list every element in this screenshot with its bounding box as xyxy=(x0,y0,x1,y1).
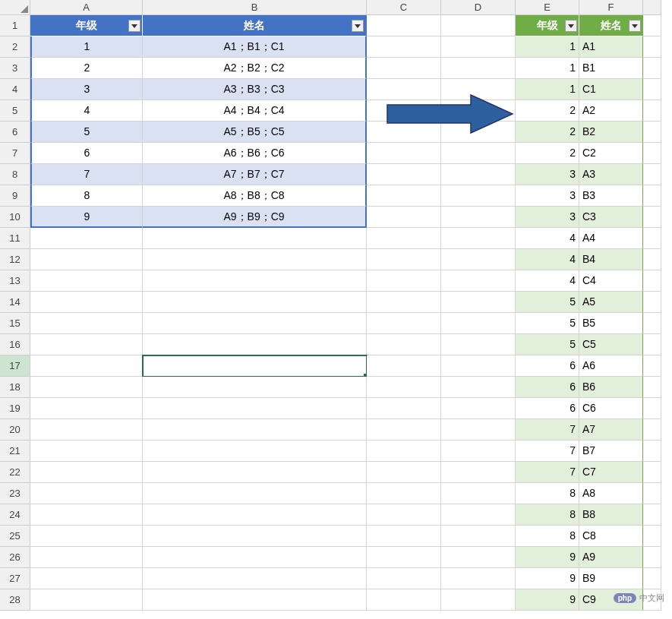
cell-C11[interactable] xyxy=(367,228,441,249)
cell-F24[interactable]: B8 xyxy=(579,504,643,526)
cell-C18[interactable] xyxy=(367,377,441,398)
cell-B14[interactable] xyxy=(143,292,367,313)
cell-F3[interactable]: B1 xyxy=(579,58,643,79)
row-header-9[interactable]: 9 xyxy=(0,185,30,207)
cell-C17[interactable] xyxy=(367,355,441,377)
cell-C28[interactable] xyxy=(367,589,441,611)
cell-G7[interactable] xyxy=(643,143,661,164)
cell-G8[interactable] xyxy=(643,164,661,185)
cell-C21[interactable] xyxy=(367,441,441,462)
cell-D3[interactable] xyxy=(441,58,516,79)
cell-F23[interactable]: A8 xyxy=(579,483,643,504)
cell-E24[interactable]: 8 xyxy=(516,504,579,526)
row-header-11[interactable]: 11 xyxy=(0,228,30,249)
row-header-13[interactable]: 13 xyxy=(0,270,30,292)
column-header-[interactable] xyxy=(643,0,661,15)
cell-C10[interactable] xyxy=(367,207,441,228)
cell-B5[interactable]: A4；B4；C4 xyxy=(143,100,367,122)
row-header-23[interactable]: 23 xyxy=(0,483,30,504)
cell-E25[interactable]: 8 xyxy=(516,526,579,547)
row-header-2[interactable]: 2 xyxy=(0,36,30,58)
cell-G25[interactable] xyxy=(643,526,661,547)
cell-B16[interactable] xyxy=(143,334,367,355)
cell-D17[interactable] xyxy=(441,355,516,377)
cell-B21[interactable] xyxy=(143,441,367,462)
cell-F21[interactable]: B7 xyxy=(579,441,643,462)
cell-B22[interactable] xyxy=(143,462,367,483)
cell-G10[interactable] xyxy=(643,207,661,228)
cell-D27[interactable] xyxy=(441,568,516,589)
cell-G4[interactable] xyxy=(643,79,661,100)
cell-A23[interactable] xyxy=(30,483,143,504)
cell-C25[interactable] xyxy=(367,526,441,547)
cell-B6[interactable]: A5；B5；C5 xyxy=(143,122,367,143)
cell-B26[interactable] xyxy=(143,547,367,568)
cell-D21[interactable] xyxy=(441,441,516,462)
row-header-12[interactable]: 12 xyxy=(0,249,30,270)
cell-E20[interactable]: 7 xyxy=(516,419,579,441)
cell-B10[interactable]: A9；B9；C9 xyxy=(143,207,367,228)
cell-G12[interactable] xyxy=(643,249,661,270)
filter-icon[interactable] xyxy=(629,20,641,32)
row-header-16[interactable]: 16 xyxy=(0,334,30,355)
row-header-24[interactable]: 24 xyxy=(0,504,30,526)
cell-E27[interactable]: 9 xyxy=(516,568,579,589)
cell-A19[interactable] xyxy=(30,398,143,419)
cell-F15[interactable]: B5 xyxy=(579,313,643,334)
row-header-20[interactable]: 20 xyxy=(0,419,30,441)
cell-B4[interactable]: A3；B3；C3 xyxy=(143,79,367,100)
cell-A13[interactable] xyxy=(30,270,143,292)
row-header-22[interactable]: 22 xyxy=(0,462,30,483)
cell-G21[interactable] xyxy=(643,441,661,462)
cell-C7[interactable] xyxy=(367,143,441,164)
cell-D15[interactable] xyxy=(441,313,516,334)
cell-E4[interactable]: 1 xyxy=(516,79,579,100)
cell-G5[interactable] xyxy=(643,100,661,122)
cell-C8[interactable] xyxy=(367,164,441,185)
cell-D26[interactable] xyxy=(441,547,516,568)
cell-G26[interactable] xyxy=(643,547,661,568)
cell-F13[interactable]: C4 xyxy=(579,270,643,292)
cell-G6[interactable] xyxy=(643,122,661,143)
cell-A28[interactable] xyxy=(30,589,143,611)
cell-F7[interactable]: C2 xyxy=(579,143,643,164)
cell-B28[interactable] xyxy=(143,589,367,611)
column-header-F[interactable]: F xyxy=(579,0,643,15)
cell-D16[interactable] xyxy=(441,334,516,355)
cell-A22[interactable] xyxy=(30,462,143,483)
cell-G23[interactable] xyxy=(643,483,661,504)
column-header-A[interactable]: A xyxy=(30,0,143,15)
cell-F2[interactable]: A1 xyxy=(579,36,643,58)
cell-B13[interactable] xyxy=(143,270,367,292)
cell-B25[interactable] xyxy=(143,526,367,547)
cell-G18[interactable] xyxy=(643,377,661,398)
cell-B27[interactable] xyxy=(143,568,367,589)
cell-D13[interactable] xyxy=(441,270,516,292)
cell-A1[interactable]: 年级 xyxy=(30,15,143,36)
cell-D7[interactable] xyxy=(441,143,516,164)
cell-C20[interactable] xyxy=(367,419,441,441)
row-header-18[interactable]: 18 xyxy=(0,377,30,398)
cell-E3[interactable]: 1 xyxy=(516,58,579,79)
cell-A3[interactable]: 2 xyxy=(30,58,143,79)
cell-E28[interactable]: 9 xyxy=(516,589,579,611)
cell-A15[interactable] xyxy=(30,313,143,334)
row-header-4[interactable]: 4 xyxy=(0,79,30,100)
cell-F12[interactable]: B4 xyxy=(579,249,643,270)
cell-E14[interactable]: 5 xyxy=(516,292,579,313)
cell-D23[interactable] xyxy=(441,483,516,504)
filter-icon[interactable] xyxy=(352,20,364,32)
filter-icon[interactable] xyxy=(565,20,577,32)
cell-C1[interactable] xyxy=(367,15,441,36)
row-header-19[interactable]: 19 xyxy=(0,398,30,419)
column-header-D[interactable]: D xyxy=(441,0,516,15)
cell-B8[interactable]: A7；B7；C7 xyxy=(143,164,367,185)
cell-E22[interactable]: 7 xyxy=(516,462,579,483)
column-header-B[interactable]: B xyxy=(143,0,367,15)
cell-D14[interactable] xyxy=(441,292,516,313)
cell-A6[interactable]: 5 xyxy=(30,122,143,143)
cell-D24[interactable] xyxy=(441,504,516,526)
cell-D9[interactable] xyxy=(441,185,516,207)
cell-E23[interactable]: 8 xyxy=(516,483,579,504)
cell-E1[interactable]: 年级 xyxy=(516,15,579,36)
